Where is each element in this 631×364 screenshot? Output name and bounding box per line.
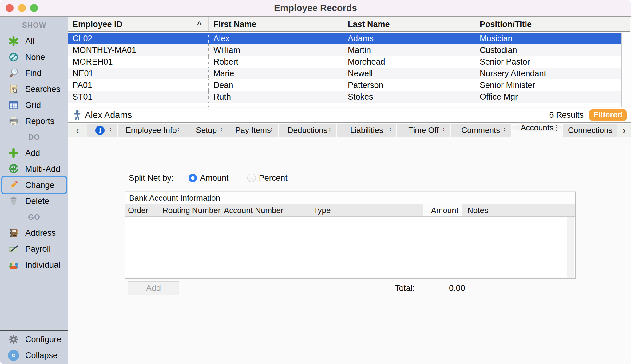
tab-employee-info[interactable]: Employee Info⋮ — [118, 124, 185, 137]
sidebar-item-searches[interactable]: Searches — [0, 81, 68, 97]
employee-row[interactable]: PA01 Dean Patterson Senior Minister — [68, 79, 621, 91]
column-header-amount: Amount — [423, 204, 462, 216]
change-pencil-icon — [8, 180, 19, 191]
add-plus-icon — [8, 148, 19, 159]
sidebar-item-find[interactable]: Find — [0, 65, 68, 81]
record-tabs: ‹ i⋮ Employee Info⋮ Setup⋮ Pay Items⋮ De… — [68, 124, 631, 137]
cell-last-name: Patterson — [343, 79, 475, 91]
split-net-by-label: Split Net by: — [129, 173, 174, 183]
cell-employee-id: MOREH01 — [68, 56, 209, 68]
tab-overflow-menu-icon[interactable]: ⋮ — [175, 126, 182, 134]
tab-pay-items[interactable]: Pay Items⋮ — [228, 124, 278, 137]
close-button[interactable] — [6, 4, 14, 12]
tab-accounts[interactable]: Accounts⋮ — [511, 124, 563, 132]
column-header-notes: Notes — [467, 204, 488, 216]
chevron-left-icon: ‹ — [76, 125, 79, 136]
cell-first-name: Robert — [209, 56, 343, 68]
sidebar-item-individual[interactable]: Individual — [0, 257, 68, 273]
column-header-order: Order — [128, 204, 148, 216]
employee-row[interactable]: ST01 Ruth Stokes Office Mgr — [68, 91, 621, 103]
radio-option-amount[interactable]: Amount — [189, 173, 229, 183]
tab-overflow-menu-icon[interactable]: ⋮ — [327, 126, 334, 134]
tab-time-off[interactable]: Time Off⋮ — [397, 124, 450, 137]
sidebar-item-label: Grid — [25, 101, 41, 110]
cell-employee-id: CL02 — [68, 33, 209, 44]
address-book-icon — [8, 228, 19, 239]
all-asterisk-icon — [8, 36, 19, 47]
employee-row[interactable]: NE01 Marie Newell Nursery Attendant — [68, 68, 621, 79]
column-header-employee-id[interactable]: Employee ID^ — [68, 17, 209, 31]
traffic-lights — [6, 0, 38, 16]
sidebar-item-label: Address — [25, 228, 56, 238]
tabs-scroll-left-button[interactable]: ‹ — [68, 124, 87, 137]
sidebar-item-label: Configure — [25, 335, 61, 344]
cell-first-name: William — [209, 44, 343, 56]
employee-row-selected[interactable]: CL02 Alex Adams Musician — [68, 33, 621, 44]
radio-option-percent[interactable]: Percent — [247, 173, 288, 183]
sidebar-item-label: Multi-Add — [25, 164, 60, 174]
column-header-last-name[interactable]: Last Name — [343, 17, 475, 31]
tab-setup[interactable]: Setup⋮ — [185, 124, 228, 137]
sidebar-item-configure[interactable]: Configure — [0, 331, 68, 347]
cell-employee-id: PA01 — [68, 79, 209, 91]
tabs-scroll-right-button[interactable]: › — [617, 124, 631, 137]
employee-table-scrollbar[interactable] — [621, 33, 630, 107]
tab-overflow-menu-icon[interactable]: ⋮ — [107, 126, 114, 134]
tab-comments[interactable]: Comments⋮ — [451, 124, 511, 137]
sidebar-item-multi-add[interactable]: Multi-Add — [0, 161, 68, 177]
tab-info[interactable]: i⋮ — [87, 124, 117, 137]
sidebar-item-reports[interactable]: Reports — [0, 113, 68, 129]
sidebar-item-label: Individual — [25, 260, 60, 270]
cell-position: Custodian — [475, 44, 621, 56]
sidebar-item-address[interactable]: Address — [0, 225, 68, 241]
sidebar-item-label: None — [25, 53, 45, 62]
tab-overflow-menu-icon[interactable]: ⋮ — [440, 126, 447, 134]
radio-label: Percent — [259, 173, 288, 183]
filtered-badge[interactable]: Filtered — [589, 109, 627, 121]
total-label: Total: — [395, 283, 415, 293]
sidebar: SHOW All None Find Searches Grid Reports… — [0, 17, 68, 364]
cell-employee-id: NE01 — [68, 68, 209, 79]
section-header-go: GO — [0, 209, 68, 225]
tab-liabilities[interactable]: Liabilities⋮ — [337, 124, 397, 137]
minimize-button[interactable] — [18, 4, 26, 12]
tab-connections[interactable]: Connections — [563, 124, 617, 137]
sidebar-item-add[interactable]: Add — [0, 145, 68, 161]
column-header-first-name[interactable]: First Name — [209, 17, 343, 31]
tab-overflow-menu-icon[interactable]: ⋮ — [387, 126, 394, 134]
zoom-button[interactable] — [30, 4, 38, 12]
bank-table-scrollbar[interactable] — [567, 217, 574, 278]
sidebar-item-delete[interactable]: Delete — [0, 193, 68, 209]
radio-label: Amount — [200, 173, 229, 183]
tab-overflow-menu-icon[interactable]: ⋮ — [268, 126, 275, 134]
employee-row-empty — [68, 103, 621, 107]
section-header-do: DO — [0, 129, 68, 145]
tab-overflow-menu-icon[interactable]: ⋮ — [218, 126, 225, 134]
cell-last-name: Martin — [343, 44, 475, 56]
reports-printer-icon — [8, 116, 19, 127]
delete-trash-icon — [8, 196, 19, 207]
tab-deductions[interactable]: Deductions⋮ — [279, 124, 336, 137]
sidebar-item-label: Searches — [25, 85, 60, 94]
sidebar-item-collapse[interactable]: « Collapse — [0, 347, 68, 363]
cell-last-name: Stokes — [343, 91, 475, 103]
grid-table-icon — [8, 100, 19, 111]
sidebar-item-grid[interactable]: Grid — [0, 97, 68, 113]
column-header-position-title[interactable]: Position/Title — [475, 17, 630, 31]
current-record-bar: Alex Adams 6 Results Filtered — [68, 108, 631, 123]
bank-panel-title: Bank Account Information — [125, 192, 575, 204]
sidebar-item-all[interactable]: All — [0, 33, 68, 49]
employee-row[interactable]: MOREH01 Robert Morehead Senior Pastor — [68, 56, 621, 68]
add-bank-account-button[interactable]: Add — [128, 281, 179, 295]
accounts-tab-content: Split Net by: Amount Percent Bank Accoun… — [68, 137, 631, 364]
employee-row[interactable]: MONTHLY-MA01 William Martin Custodian — [68, 44, 621, 56]
sidebar-item-payroll[interactable]: Payroll — [0, 241, 68, 257]
cell-position: Musician — [475, 33, 621, 44]
tab-overflow-menu-icon[interactable]: ⋮ — [501, 126, 508, 134]
sidebar-item-change[interactable]: Change — [0, 177, 68, 193]
cell-first-name: Marie — [209, 68, 343, 79]
sidebar-item-none[interactable]: None — [0, 49, 68, 65]
cell-last-name: Morehead — [343, 56, 475, 68]
column-header-routing-number: Routing Number — [162, 204, 220, 216]
tab-overflow-menu-icon[interactable]: ⋮ — [553, 124, 560, 132]
